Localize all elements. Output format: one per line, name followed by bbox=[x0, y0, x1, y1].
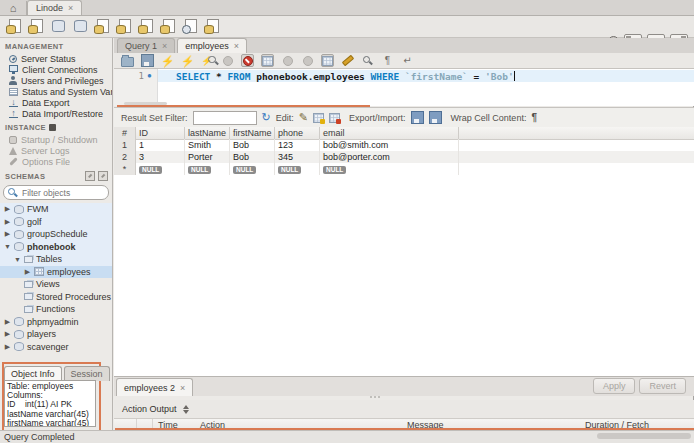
create-function-icon[interactable] bbox=[138, 19, 153, 34]
cell-id[interactable]: 3 bbox=[136, 151, 185, 163]
rollback-icon[interactable] bbox=[301, 54, 314, 67]
limit-rows-icon[interactable] bbox=[261, 54, 274, 67]
schema-node-phpmyadmin[interactable]: ▶phpmyadmin bbox=[0, 316, 112, 329]
export-recordset-icon[interactable] bbox=[411, 111, 424, 124]
explain-icon[interactable]: ⚡ bbox=[201, 54, 214, 67]
cell-lastname[interactable]: Smith bbox=[185, 139, 230, 151]
wrap-cell-content-icon[interactable]: ¶ bbox=[531, 112, 537, 123]
table-row[interactable]: 1 1 Smith Bob 123 bob@smith.com bbox=[114, 139, 694, 151]
sidebar-item-data-export[interactable]: ↓Data Export bbox=[0, 97, 112, 108]
tab-session[interactable]: Session bbox=[64, 366, 110, 381]
chevron-right-icon[interactable]: ▶ bbox=[4, 330, 11, 338]
refresh-schemas-icon[interactable] bbox=[98, 171, 108, 181]
column-header-id[interactable]: ID bbox=[136, 127, 185, 139]
cell-email[interactable]: bob@porter.com bbox=[320, 151, 459, 163]
sidebar-item-startup-shutdown[interactable]: Startup / Shutdown bbox=[0, 134, 112, 145]
beautify-script-icon[interactable] bbox=[341, 54, 354, 67]
sql-code-line[interactable]: SELECT * FROM phonebook.employees WHERE … bbox=[176, 71, 515, 82]
home-tab[interactable]: ⌂ bbox=[0, 1, 27, 15]
cell-phone[interactable]: 123 bbox=[275, 139, 320, 151]
column-header-num[interactable]: # bbox=[114, 127, 136, 139]
chevron-right-icon[interactable]: ▶ bbox=[4, 230, 11, 238]
execute-current-statement-icon[interactable]: ⚡ bbox=[181, 54, 194, 67]
schema-filter-input[interactable] bbox=[20, 187, 104, 199]
refresh-icon[interactable]: ↻ bbox=[262, 112, 271, 123]
create-view-icon[interactable] bbox=[94, 19, 109, 34]
chevron-right-icon[interactable]: ▶ bbox=[4, 343, 11, 351]
cell-id[interactable]: 1 bbox=[136, 139, 185, 151]
toggle-wrap-icon[interactable]: ↵ bbox=[401, 54, 414, 67]
column-header-email[interactable]: email bbox=[320, 127, 459, 139]
import-records-icon[interactable] bbox=[429, 111, 442, 124]
tab-employees-2[interactable]: employees 2 × bbox=[116, 378, 193, 396]
sidebar-item-data-import[interactable]: ↑Data Import/Restore bbox=[0, 108, 112, 119]
schema-node-groupschedule[interactable]: ▶groupSchedule bbox=[0, 228, 112, 241]
editor-hscrollbar-thumb[interactable] bbox=[124, 102, 167, 105]
tree-node-functions[interactable]: Functions bbox=[0, 303, 112, 316]
toggle-stop-on-error-icon[interactable] bbox=[241, 54, 254, 67]
reconnect-dbms-icon[interactable] bbox=[204, 19, 219, 34]
find-icon[interactable] bbox=[361, 54, 374, 67]
new-sql-tab-icon[interactable] bbox=[6, 19, 21, 34]
edit-record-icon[interactable]: ✎ bbox=[299, 112, 308, 123]
chevron-down-icon[interactable]: ▼ bbox=[14, 256, 21, 263]
close-icon[interactable]: × bbox=[234, 41, 239, 51]
chevron-right-icon[interactable]: ▶ bbox=[4, 205, 11, 213]
instance-actions-icon[interactable] bbox=[49, 124, 56, 131]
sidebar-item-server-logs[interactable]: Server Logs bbox=[0, 145, 112, 156]
save-script-icon[interactable] bbox=[141, 54, 154, 67]
insert-row-icon[interactable] bbox=[313, 113, 324, 123]
chevron-down-icon[interactable]: ▼ bbox=[4, 243, 11, 250]
close-icon[interactable]: × bbox=[180, 383, 185, 393]
cell-firstname[interactable]: Bob bbox=[230, 151, 275, 163]
cell-email[interactable]: bob@smith.com bbox=[320, 139, 459, 151]
sidebar-item-users-privileges[interactable]: Users and Privileges bbox=[0, 75, 112, 86]
output-column-time[interactable]: Time bbox=[158, 420, 178, 430]
tree-node-stored-procedures[interactable]: Stored Procedures bbox=[0, 291, 112, 304]
create-schema-icon[interactable] bbox=[50, 19, 65, 34]
output-column-action[interactable]: Action bbox=[200, 420, 225, 430]
collapse-all-icon[interactable] bbox=[85, 171, 95, 181]
chevron-right-icon[interactable]: ▶ bbox=[4, 218, 11, 226]
show-invisibles-icon[interactable]: ¶ bbox=[381, 54, 394, 67]
cell-null[interactable]: NULL bbox=[230, 163, 275, 175]
stop-icon[interactable] bbox=[221, 54, 234, 67]
delete-row-icon[interactable] bbox=[329, 113, 340, 123]
connection-tab-linode[interactable]: Linode × bbox=[27, 0, 82, 15]
schema-node-scavenger[interactable]: ▶scavenger bbox=[0, 341, 112, 354]
tree-node-views[interactable]: Views bbox=[0, 278, 112, 291]
sidebar-item-client-connections[interactable]: Client Connections bbox=[0, 64, 112, 75]
column-header-lastname[interactable]: lastName bbox=[185, 127, 230, 139]
create-stored-procedure-icon[interactable] bbox=[116, 19, 131, 34]
output-column-duration[interactable]: Duration / Fetch bbox=[585, 420, 649, 430]
cell-null[interactable]: NULL bbox=[136, 163, 185, 175]
open-sql-script-icon[interactable] bbox=[28, 19, 43, 34]
sidebar-item-server-status[interactable]: Server Status bbox=[0, 53, 112, 64]
toggle-autocommit-icon[interactable] bbox=[321, 54, 334, 67]
cell-lastname[interactable]: Porter bbox=[185, 151, 230, 163]
sql-editor[interactable]: 1 ● SELECT * FROM phonebook.employees WH… bbox=[114, 68, 694, 106]
schema-node-players[interactable]: ▶players bbox=[0, 328, 112, 341]
cell-firstname[interactable]: Bob bbox=[230, 139, 275, 151]
splitter-grip[interactable] bbox=[370, 396, 380, 398]
apply-button[interactable]: Apply bbox=[593, 378, 636, 394]
schema-node-phonebook[interactable]: ▼phonebook bbox=[0, 241, 112, 254]
hscrollbar-thumb[interactable] bbox=[597, 433, 691, 439]
sidebar-item-options-file[interactable]: Options File bbox=[0, 156, 112, 167]
table-row[interactable]: 2 3 Porter Bob 345 bob@porter.com bbox=[114, 151, 694, 163]
cell-null[interactable]: NULL bbox=[185, 163, 230, 175]
tree-node-employees[interactable]: ▶employees bbox=[0, 266, 112, 279]
schema-node-fwm[interactable]: ▶FWM bbox=[0, 203, 112, 216]
open-script-icon[interactable] bbox=[121, 54, 134, 67]
column-header-firstname[interactable]: firstName bbox=[230, 127, 275, 139]
execute-icon[interactable]: ⚡ bbox=[161, 54, 174, 67]
result-filter-input[interactable] bbox=[193, 111, 257, 125]
chevron-right-icon[interactable]: ▶ bbox=[4, 318, 11, 326]
tab-query-1[interactable]: Query 1× bbox=[117, 38, 175, 53]
cell-null[interactable]: NULL bbox=[320, 163, 459, 175]
cell-null[interactable]: NULL bbox=[275, 163, 320, 175]
commit-icon[interactable] bbox=[281, 54, 294, 67]
table-row-new[interactable]: * NULL NULL NULL NULL NULL bbox=[114, 163, 694, 175]
spinner-icon[interactable] bbox=[183, 405, 189, 414]
close-icon[interactable]: × bbox=[162, 41, 167, 51]
